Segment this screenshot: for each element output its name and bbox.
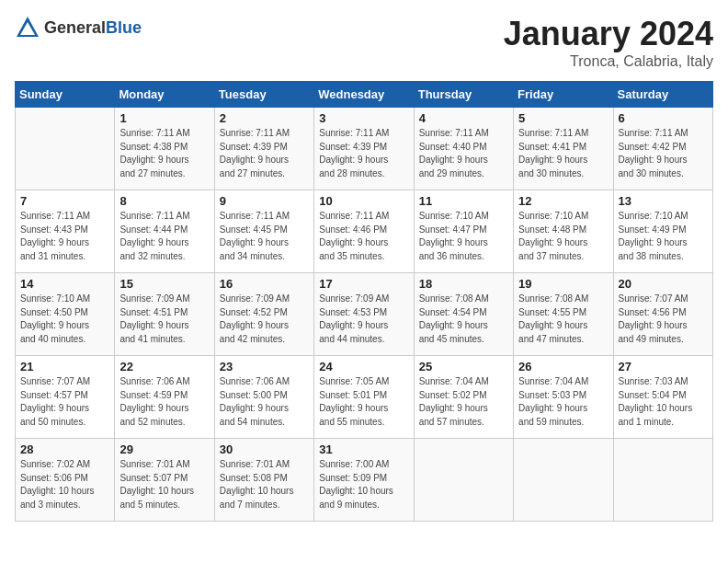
cell-info: Sunrise: 7:06 AMSunset: 5:00 PMDaylight:… [220,375,309,429]
calendar-cell: 21Sunrise: 7:07 AMSunset: 4:57 PMDayligh… [16,356,115,439]
calendar-cell: 28Sunrise: 7:02 AMSunset: 5:06 PMDayligh… [16,439,115,522]
calendar-cell: 16Sunrise: 7:09 AMSunset: 4:52 PMDayligh… [214,273,313,356]
cell-info: Sunrise: 7:09 AMSunset: 4:53 PMDaylight:… [319,293,408,346]
day-number: 14 [20,277,109,291]
day-number: 19 [518,277,608,291]
calendar-cell: 10Sunrise: 7:11 AMSunset: 4:46 PMDayligh… [314,190,414,273]
logo-icon [15,15,40,40]
day-number: 25 [419,360,508,373]
title-area: January 2024 Tronca, Calabria, Italy [504,15,713,70]
month-title: January 2024 [504,15,713,53]
calendar-cell [514,439,613,522]
day-number: 15 [119,277,209,291]
cell-info: Sunrise: 7:11 AMSunset: 4:46 PMDaylight:… [319,210,408,263]
calendar-cell: 15Sunrise: 7:09 AMSunset: 4:51 PMDayligh… [115,273,214,356]
calendar-cell: 20Sunrise: 7:07 AMSunset: 4:56 PMDayligh… [613,273,712,356]
day-number: 7 [20,194,109,208]
cell-info: Sunrise: 7:11 AMSunset: 4:39 PMDaylight:… [319,127,408,180]
day-number: 5 [518,111,608,125]
day-header-sunday: Sunday [16,82,115,108]
cell-info: Sunrise: 7:04 AMSunset: 5:03 PMDaylight:… [518,375,608,429]
calendar-week-row: 14Sunrise: 7:10 AMSunset: 4:50 PMDayligh… [16,273,713,356]
day-number: 1 [119,111,209,125]
calendar-table: SundayMondayTuesdayWednesdayThursdayFrid… [15,81,713,522]
calendar-cell: 14Sunrise: 7:10 AMSunset: 4:50 PMDayligh… [16,273,115,356]
day-number: 20 [619,277,708,291]
location-title: Tronca, Calabria, Italy [504,53,713,70]
cell-info: Sunrise: 7:11 AMSunset: 4:42 PMDaylight:… [619,127,708,180]
day-number: 11 [419,194,508,208]
calendar-cell: 12Sunrise: 7:10 AMSunset: 4:48 PMDayligh… [514,190,613,273]
day-number: 27 [619,360,708,373]
calendar-cell [414,439,513,522]
calendar-cell: 27Sunrise: 7:03 AMSunset: 5:04 PMDayligh… [613,356,712,439]
calendar-cell [613,439,712,522]
day-number: 28 [20,442,109,456]
calendar-week-row: 21Sunrise: 7:07 AMSunset: 4:57 PMDayligh… [16,356,713,439]
cell-info: Sunrise: 7:11 AMSunset: 4:38 PMDaylight:… [119,127,209,180]
calendar-cell: 9Sunrise: 7:11 AMSunset: 4:45 PMDaylight… [214,190,313,273]
cell-info: Sunrise: 7:11 AMSunset: 4:45 PMDaylight:… [220,210,309,263]
cell-info: Sunrise: 7:01 AMSunset: 5:08 PMDaylight:… [220,458,309,511]
cell-info: Sunrise: 7:08 AMSunset: 4:55 PMDaylight:… [518,293,608,346]
cell-info: Sunrise: 7:10 AMSunset: 4:47 PMDaylight:… [419,210,508,263]
calendar-header-row: SundayMondayTuesdayWednesdayThursdayFrid… [16,82,713,108]
day-number: 22 [119,360,209,373]
day-number: 3 [319,111,408,125]
logo-blue: Blue [106,18,142,37]
cell-info: Sunrise: 7:04 AMSunset: 5:02 PMDaylight:… [419,375,508,429]
day-number: 17 [319,277,408,291]
calendar-cell: 11Sunrise: 7:10 AMSunset: 4:47 PMDayligh… [414,190,513,273]
calendar-body: 1Sunrise: 7:11 AMSunset: 4:38 PMDaylight… [16,108,713,522]
day-header-tuesday: Tuesday [214,82,313,108]
cell-info: Sunrise: 7:06 AMSunset: 4:59 PMDaylight:… [119,375,209,429]
day-number: 16 [220,277,309,291]
logo: GeneralBlue [15,15,142,40]
cell-info: Sunrise: 7:11 AMSunset: 4:43 PMDaylight:… [20,210,109,263]
calendar-cell: 24Sunrise: 7:05 AMSunset: 5:01 PMDayligh… [314,356,414,439]
cell-info: Sunrise: 7:11 AMSunset: 4:40 PMDaylight:… [419,127,508,180]
calendar-cell: 19Sunrise: 7:08 AMSunset: 4:55 PMDayligh… [514,273,613,356]
calendar-cell [16,108,115,190]
day-number: 18 [419,277,508,291]
cell-info: Sunrise: 7:07 AMSunset: 4:57 PMDaylight:… [20,375,109,429]
day-header-saturday: Saturday [613,82,712,108]
day-number: 24 [319,360,408,373]
calendar-cell: 3Sunrise: 7:11 AMSunset: 4:39 PMDaylight… [314,108,414,190]
cell-info: Sunrise: 7:11 AMSunset: 4:44 PMDaylight:… [119,210,209,263]
cell-info: Sunrise: 7:10 AMSunset: 4:48 PMDaylight:… [518,210,608,263]
calendar-cell: 26Sunrise: 7:04 AMSunset: 5:03 PMDayligh… [514,356,613,439]
day-header-friday: Friday [514,82,613,108]
cell-info: Sunrise: 7:11 AMSunset: 4:41 PMDaylight:… [518,127,608,180]
calendar-cell: 22Sunrise: 7:06 AMSunset: 4:59 PMDayligh… [115,356,214,439]
day-number: 6 [619,111,708,125]
day-number: 10 [319,194,408,208]
calendar-cell: 6Sunrise: 7:11 AMSunset: 4:42 PMDaylight… [613,108,712,190]
day-number: 26 [518,360,608,373]
cell-info: Sunrise: 7:00 AMSunset: 5:09 PMDaylight:… [319,458,408,511]
cell-info: Sunrise: 7:08 AMSunset: 4:54 PMDaylight:… [419,293,508,346]
calendar-cell: 1Sunrise: 7:11 AMSunset: 4:38 PMDaylight… [115,108,214,190]
day-number: 12 [518,194,608,208]
calendar-cell: 25Sunrise: 7:04 AMSunset: 5:02 PMDayligh… [414,356,513,439]
cell-info: Sunrise: 7:09 AMSunset: 4:51 PMDaylight:… [119,293,209,346]
cell-info: Sunrise: 7:10 AMSunset: 4:50 PMDaylight:… [20,293,109,346]
calendar-cell: 7Sunrise: 7:11 AMSunset: 4:43 PMDaylight… [16,190,115,273]
day-number: 8 [119,194,209,208]
calendar-cell: 2Sunrise: 7:11 AMSunset: 4:39 PMDaylight… [214,108,313,190]
calendar-week-row: 28Sunrise: 7:02 AMSunset: 5:06 PMDayligh… [16,439,713,522]
day-number: 13 [619,194,708,208]
calendar-cell: 18Sunrise: 7:08 AMSunset: 4:54 PMDayligh… [414,273,513,356]
cell-info: Sunrise: 7:03 AMSunset: 5:04 PMDaylight:… [619,375,708,429]
day-header-monday: Monday [115,82,214,108]
calendar-cell: 29Sunrise: 7:01 AMSunset: 5:07 PMDayligh… [115,439,214,522]
day-number: 2 [220,111,309,125]
day-number: 31 [319,442,408,456]
calendar-cell: 31Sunrise: 7:00 AMSunset: 5:09 PMDayligh… [314,439,414,522]
cell-info: Sunrise: 7:02 AMSunset: 5:06 PMDaylight:… [20,458,109,511]
header: GeneralBlue January 2024 Tronca, Calabri… [15,15,713,70]
calendar-cell: 13Sunrise: 7:10 AMSunset: 4:49 PMDayligh… [613,190,712,273]
day-number: 23 [220,360,309,373]
calendar-week-row: 1Sunrise: 7:11 AMSunset: 4:38 PMDaylight… [16,108,713,190]
calendar-cell: 17Sunrise: 7:09 AMSunset: 4:53 PMDayligh… [314,273,414,356]
